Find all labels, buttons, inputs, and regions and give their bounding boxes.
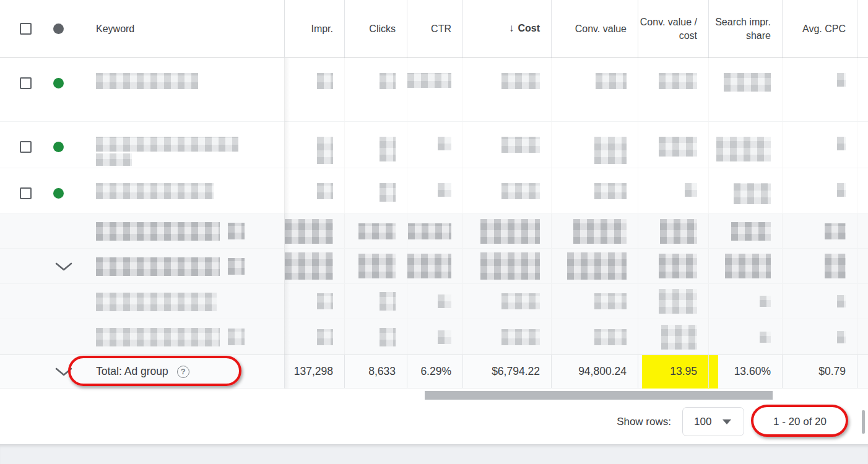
table-row [0, 121, 868, 168]
redacted-value [594, 183, 627, 199]
cell-conv_value [551, 122, 638, 168]
redacted-value [380, 328, 396, 346]
redacted-value [661, 325, 697, 350]
cell-search_impr_share [708, 58, 782, 121]
cell-cost [462, 214, 551, 248]
keyword-cell [0, 284, 284, 319]
cell-ctr [407, 319, 462, 354]
column-label-impr: Impr. [311, 22, 333, 36]
total-cell-avg_cpc: $0.79 [782, 355, 857, 388]
table-row [0, 283, 868, 319]
header-cell-conv_value[interactable]: Conv. value [551, 0, 638, 58]
keyword-cell [0, 122, 284, 168]
cell-sliver [857, 214, 868, 248]
rows-per-page-select[interactable]: 100 [682, 407, 744, 436]
redacted-keyword [96, 257, 220, 276]
header-cell-cost[interactable]: ↓Cost [462, 0, 551, 58]
cell-search_impr_share [708, 122, 782, 168]
redacted-value [285, 252, 333, 280]
table-row [0, 248, 868, 283]
cell-cost [462, 58, 551, 121]
total-cell-impr: 137,298 [284, 355, 344, 388]
cell-cost [462, 249, 551, 283]
header-cell-search_impr_share[interactable]: Search impr. share [708, 0, 782, 58]
horizontal-scrollbar-thumb[interactable] [425, 391, 773, 400]
redacted-value [837, 137, 846, 150]
header-cell-ctr[interactable]: CTR [407, 0, 462, 58]
cell-avg_cpc [782, 284, 857, 319]
cell-conv_value_cost [638, 214, 708, 248]
total-keyword-cell: Total: Ad group? [0, 355, 284, 388]
cell-avg_cpc [782, 168, 857, 213]
redacted-value [573, 219, 627, 244]
redacted-value [716, 137, 771, 161]
keyword-cell [0, 249, 284, 283]
cell-conv_value [551, 319, 638, 354]
header-cell-keyword[interactable]: Keyword [0, 0, 284, 58]
redacted-value [659, 289, 697, 314]
redacted-value [594, 137, 627, 164]
total-cell-cost: $6,794.22 [462, 355, 551, 388]
total-expand-chevron-icon[interactable] [54, 367, 73, 380]
total-value-conv_value_cost: 13.95 [670, 365, 697, 378]
header-cell-impr[interactable]: Impr. [284, 0, 344, 58]
cell-search_impr_share [708, 214, 782, 248]
keyword-cell [0, 214, 284, 248]
redacted-value [660, 219, 697, 244]
help-icon[interactable]: ? [177, 366, 189, 378]
row-status-dot[interactable] [53, 78, 64, 88]
redacted-value [380, 137, 396, 161]
cell-clicks [344, 249, 407, 283]
total-value-search_impr_share: 13.60% [734, 365, 771, 378]
row-checkbox[interactable] [20, 141, 32, 153]
cell-avg_cpc [782, 249, 857, 283]
cell-impr [284, 122, 344, 168]
row-status-dot[interactable] [53, 188, 64, 199]
redacted-value [825, 223, 846, 239]
redacted-value [380, 292, 396, 311]
redacted-value [501, 73, 540, 89]
table-header-row: KeywordImpr.ClicksCTR↓CostConv. valueCon… [0, 0, 868, 58]
cell-impr [284, 168, 344, 213]
column-label-ctr: CTR [431, 22, 451, 36]
horizontal-scrollbar-track[interactable] [0, 389, 868, 401]
cell-ctr [407, 58, 462, 121]
redacted-badge [228, 258, 245, 275]
redacted-value [567, 252, 627, 280]
cell-ctr [407, 122, 462, 168]
row-checkbox[interactable] [20, 187, 32, 199]
column-label-search_impr_share: Search impr. share [709, 15, 771, 42]
redacted-value [317, 137, 333, 164]
status-column-header-dot [53, 24, 64, 34]
cell-conv_value [551, 249, 638, 283]
select-all-checkbox[interactable] [20, 23, 32, 35]
google-ads-keyword-table: KeywordImpr.ClicksCTR↓CostConv. valueCon… [0, 0, 868, 464]
cell-search_impr_share [708, 319, 782, 354]
cell-clicks [344, 58, 407, 121]
total-value-ctr: 6.29% [420, 365, 451, 378]
row-status-dot[interactable] [53, 142, 64, 152]
redacted-value [358, 254, 396, 278]
redacted-keyword [96, 137, 238, 166]
table-row [0, 168, 868, 213]
cell-clicks [344, 319, 407, 354]
cell-search_impr_share [708, 249, 782, 283]
total-cell-ctr: 6.29% [407, 355, 462, 388]
header-cell-clicks[interactable]: Clicks [344, 0, 407, 58]
header-cell-avg_cpc[interactable]: Avg. CPC [782, 0, 857, 58]
total-row: Total: Ad group?137,2988,6336.29%$6,794.… [0, 354, 868, 389]
total-cell-search_impr_share: 13.60% [708, 355, 782, 388]
show-rows-label: Show rows: [617, 416, 671, 428]
cell-impr [284, 214, 344, 248]
redacted-value [358, 223, 396, 239]
redacted-keyword [96, 328, 220, 346]
keyword-cell [0, 319, 284, 354]
expand-chevron-icon[interactable] [54, 262, 73, 274]
row-checkbox[interactable] [20, 77, 32, 89]
redacted-value [760, 332, 771, 343]
cell-avg_cpc [782, 214, 857, 248]
header-cell-conv_value_cost[interactable]: Conv. value / cost [638, 0, 708, 58]
redacted-value [501, 137, 540, 153]
cell-avg_cpc [782, 319, 857, 354]
keyword-column-label[interactable]: Keyword [96, 22, 134, 36]
